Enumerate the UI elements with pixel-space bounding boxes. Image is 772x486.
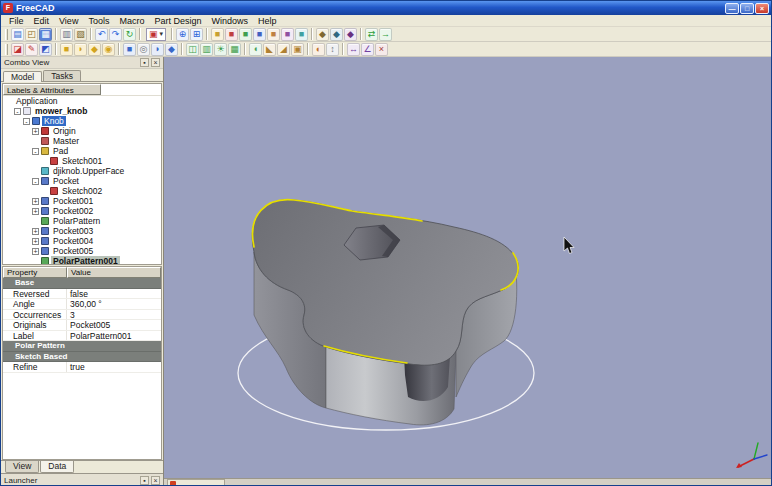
additive-loft-icon[interactable]: ◆ <box>88 43 101 56</box>
expand-icon[interactable]: + <box>32 238 39 245</box>
close-panel-icon[interactable]: × <box>151 58 160 67</box>
tree-item-origin[interactable]: +Origin <box>3 126 161 136</box>
value-column-label[interactable]: Value <box>67 267 161 278</box>
hole-icon[interactable]: ◎ <box>137 43 150 56</box>
menu-view[interactable]: View <box>54 15 83 27</box>
groove-icon[interactable]: ◗ <box>151 43 164 56</box>
property-value[interactable]: PolarPattern001 <box>67 331 161 341</box>
workbench-selector[interactable]: ▣▾ <box>146 28 166 41</box>
property-value[interactable]: Pocket005 <box>67 320 161 330</box>
paste-icon[interactable]: ▧ <box>74 28 87 41</box>
draft-icon[interactable]: ◢ <box>277 43 290 56</box>
expand-icon[interactable]: + <box>32 248 39 255</box>
zoom-region-icon[interactable]: ⊞ <box>190 28 203 41</box>
menu-windows[interactable]: Windows <box>206 15 253 27</box>
pocket-icon[interactable]: ■ <box>123 43 136 56</box>
close-button[interactable]: × <box>755 3 769 14</box>
boolean-icon[interactable]: ◐ <box>312 43 325 56</box>
chamfer-icon[interactable]: ◣ <box>263 43 276 56</box>
expand-icon[interactable]: + <box>32 128 39 135</box>
tree-item-pocket002[interactable]: +Pocket002 <box>3 206 161 216</box>
fillet-icon[interactable]: ◖ <box>249 43 262 56</box>
property-angle[interactable]: Angle360,00 ° <box>3 299 161 310</box>
document-tab[interactable] <box>167 479 225 486</box>
map-sketch-icon[interactable]: ◩ <box>39 43 52 56</box>
property-group-base[interactable]: Base <box>3 278 161 289</box>
polar-pattern-icon[interactable]: ☀ <box>214 43 227 56</box>
collapse-icon[interactable]: - <box>14 108 21 115</box>
property-refine[interactable]: Refinetrue <box>3 362 161 373</box>
tree-item-polarpattern[interactable]: PolarPattern <box>3 216 161 226</box>
tree-item-polarpattern001[interactable]: PolarPattern001 <box>3 256 161 265</box>
view-top-icon[interactable]: ■ <box>239 28 252 41</box>
maximize-button[interactable]: □ <box>740 3 754 14</box>
property-value[interactable]: true <box>67 362 161 372</box>
float-panel-icon[interactable]: ▪ <box>140 58 149 67</box>
undo-icon[interactable]: ↶ <box>95 28 108 41</box>
menu-part-design[interactable]: Part Design <box>149 15 206 27</box>
title-bar[interactable]: F FreeCAD —□× <box>1 1 771 15</box>
toolbar-grip[interactable] <box>5 29 8 40</box>
link-select-icon[interactable]: → <box>379 28 392 41</box>
pad-icon[interactable]: ■ <box>60 43 73 56</box>
tree-item-pocket004[interactable]: +Pocket004 <box>3 236 161 246</box>
tab-model[interactable]: Model <box>3 71 42 82</box>
multitransform-icon[interactable]: ▦ <box>228 43 241 56</box>
float-panel-icon[interactable]: ▪ <box>140 476 149 485</box>
property-originals[interactable]: OriginalsPocket005 <box>3 320 161 331</box>
view-isometric-icon[interactable]: ■ <box>211 28 224 41</box>
tree-item-pad[interactable]: -Pad <box>3 146 161 156</box>
property-occurrences[interactable]: Occurrences3 <box>3 310 161 321</box>
revolution-icon[interactable]: ◗ <box>74 43 87 56</box>
expand-icon[interactable]: + <box>32 228 39 235</box>
view-right-icon[interactable]: ■ <box>253 28 266 41</box>
tree-item-sketch002[interactable]: Sketch002 <box>3 186 161 196</box>
thickness-icon[interactable]: ▣ <box>291 43 304 56</box>
menu-edit[interactable]: Edit <box>29 15 55 27</box>
tree-item-pocket005[interactable]: +Pocket005 <box>3 246 161 256</box>
measure-angle-icon[interactable]: ∠ <box>361 43 374 56</box>
zoom-fit-icon[interactable]: ⊕ <box>176 28 189 41</box>
property-value[interactable]: 3 <box>67 310 161 320</box>
view-bottom-icon[interactable]: ■ <box>281 28 294 41</box>
tree-item-pocket001[interactable]: +Pocket001 <box>3 196 161 206</box>
labels-attributes-header[interactable]: Labels & Attributes <box>3 84 101 95</box>
expand-icon[interactable]: + <box>32 198 39 205</box>
view-front-icon[interactable]: ■ <box>225 28 238 41</box>
save-file-icon[interactable]: ▦ <box>39 28 52 41</box>
property-value[interactable]: false <box>67 289 161 299</box>
menu-macro[interactable]: Macro <box>114 15 149 27</box>
collapse-icon[interactable]: - <box>32 148 39 155</box>
migrate-icon[interactable]: ↕ <box>326 43 339 56</box>
tab-view[interactable]: View <box>5 461 39 473</box>
open-file-icon[interactable]: ◰ <box>25 28 38 41</box>
menu-help[interactable]: Help <box>253 15 282 27</box>
additive-pipe-icon[interactable]: ◉ <box>102 43 115 56</box>
view-trimetric-icon[interactable]: ◆ <box>344 28 357 41</box>
model-mower-knob[interactable] <box>252 200 518 425</box>
3d-viewport[interactable] <box>164 57 771 478</box>
close-panel-icon[interactable]: × <box>151 476 160 485</box>
property-group-polar-pattern[interactable]: Polar Pattern <box>3 341 161 352</box>
view-left-icon[interactable]: ■ <box>295 28 308 41</box>
edit-sketch-icon[interactable]: ✎ <box>25 43 38 56</box>
toolbar-grip[interactable] <box>5 44 8 55</box>
property-label[interactable]: LabelPolarPattern001 <box>3 331 161 342</box>
linear-pattern-icon[interactable]: ▥ <box>200 43 213 56</box>
new-file-icon[interactable]: ▤ <box>11 28 24 41</box>
tree-item-mower-knob[interactable]: -mower_knob <box>3 106 161 116</box>
collapse-icon[interactable]: - <box>32 178 39 185</box>
clear-measurement-icon[interactable]: × <box>375 43 388 56</box>
tree-item-pocket003[interactable]: +Pocket003 <box>3 226 161 236</box>
sync-view-icon[interactable]: ⇄ <box>365 28 378 41</box>
collapse-icon[interactable]: - <box>23 118 30 125</box>
tree-item-knob[interactable]: -Knob <box>3 116 161 126</box>
property-reversed[interactable]: Reversedfalse <box>3 289 161 300</box>
expand-icon[interactable]: + <box>32 208 39 215</box>
tree-item-sketch001[interactable]: Sketch001 <box>3 156 161 166</box>
redo-icon[interactable]: ↷ <box>109 28 122 41</box>
mirrored-icon[interactable]: ◫ <box>186 43 199 56</box>
tab-tasks[interactable]: Tasks <box>43 70 81 81</box>
view-rear-icon[interactable]: ■ <box>267 28 280 41</box>
view-axonometric-icon[interactable]: ◆ <box>316 28 329 41</box>
